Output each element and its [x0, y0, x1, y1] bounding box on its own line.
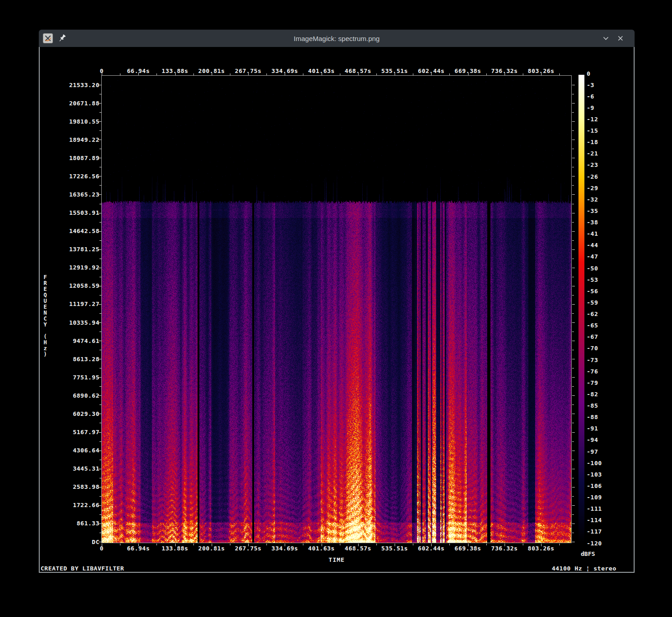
db-tick-label: -67	[587, 333, 619, 340]
freq-tick-label: DC	[53, 539, 99, 545]
time-tick-mark	[120, 73, 120, 75]
time-tick-mark	[285, 544, 285, 546]
time-tick-mark	[285, 73, 285, 75]
time-tick-mark	[175, 544, 176, 546]
time-tick-mark	[468, 544, 469, 546]
freq-tick-mark	[572, 414, 575, 414]
freq-tick-mark	[99, 505, 101, 506]
freq-tick-mark	[572, 85, 575, 85]
freq-tick-mark	[99, 514, 101, 515]
freq-tick-label: 8613.28	[53, 356, 99, 363]
freq-tick-mark	[99, 277, 101, 277]
window-titlebar[interactable]: ImageMagick: spectrum.png	[39, 30, 635, 47]
db-tick-label: -111	[587, 505, 619, 512]
db-tick-label: -65	[587, 322, 619, 329]
db-tick-label: -94	[587, 436, 619, 443]
freq-tick-label: 12919.92	[53, 264, 99, 271]
freq-tick-mark	[99, 140, 101, 140]
freq-tick-mark	[99, 149, 101, 149]
time-tick-mark	[193, 73, 194, 75]
time-tick-mark	[449, 544, 450, 545]
db-tick-label: -21	[587, 150, 619, 157]
time-tick-mark	[248, 73, 249, 75]
freq-tick-mark	[99, 404, 101, 405]
spectrogram-image[interactable]: FREQUENCY (Hz) TIME dBFS CREATED BY LIBA…	[40, 47, 634, 572]
time-tick-mark	[358, 73, 359, 75]
shade-button[interactable]	[602, 34, 610, 42]
freq-tick-mark	[572, 112, 574, 113]
freq-tick-mark	[572, 222, 574, 223]
freq-tick-mark	[572, 341, 575, 341]
freq-tick-mark	[572, 176, 575, 176]
time-tick-mark	[413, 73, 413, 75]
db-tick-label: -3	[587, 82, 619, 88]
freq-tick-label: 15503.91	[53, 209, 99, 216]
freq-tick-mark	[572, 469, 575, 469]
time-tick-mark	[230, 73, 230, 75]
freq-tick-label: 5167.97	[53, 429, 99, 436]
freq-tick-label: 20671.88	[53, 100, 99, 107]
freq-tick-mark	[99, 395, 101, 396]
freq-tick-label: 6890.62	[53, 392, 99, 399]
frequency-axis-title: FREQUENCY (Hz)	[42, 274, 48, 357]
freq-tick-mark	[99, 103, 101, 104]
time-tick-mark	[395, 544, 395, 546]
freq-tick-label: 9474.61	[53, 337, 99, 344]
db-tick-label: -47	[587, 253, 619, 260]
time-tick-mark	[486, 544, 487, 545]
time-tick-mark	[523, 73, 523, 75]
time-tick-mark	[102, 73, 102, 75]
time-tick-mark	[541, 544, 542, 546]
db-tick-label: -53	[587, 276, 619, 283]
freq-tick-mark	[99, 487, 101, 487]
db-tick-label: -18	[587, 139, 619, 145]
freq-tick-mark	[99, 460, 101, 460]
freq-tick-mark	[99, 94, 101, 94]
time-tick-mark	[523, 544, 523, 545]
freq-tick-mark	[99, 432, 101, 433]
freq-tick-label: 7751.95	[53, 374, 99, 381]
freq-tick-mark	[99, 240, 101, 241]
desktop-background: { "window": { "title": "ImageMagick: spe…	[0, 0, 672, 617]
time-tick-mark	[505, 73, 505, 75]
db-tick-label: -76	[587, 368, 619, 375]
time-tick-mark	[468, 73, 469, 75]
time-tick-mark	[559, 73, 560, 75]
db-tick-label: -73	[587, 357, 619, 363]
created-by-note: CREATED BY LIBAVFILTER	[41, 565, 124, 572]
audio-format-note: 44100 Hz ¦ stereo	[552, 565, 616, 572]
freq-tick-mark	[99, 451, 101, 451]
freq-tick-mark	[572, 533, 574, 533]
freq-tick-mark	[572, 277, 574, 277]
freq-tick-mark	[572, 213, 575, 213]
db-tick-label: -70	[587, 345, 619, 352]
freq-tick-mark	[99, 496, 101, 497]
time-tick-mark	[340, 544, 340, 545]
db-tick-label: -29	[587, 185, 619, 192]
freq-tick-mark	[572, 524, 575, 524]
freq-tick-mark	[572, 487, 575, 487]
db-tick-label: -88	[587, 414, 619, 420]
pin-icon[interactable]	[57, 33, 67, 43]
freq-tick-label: 18087.89	[53, 155, 99, 161]
time-tick-mark	[303, 544, 303, 545]
freq-tick-mark	[572, 478, 574, 478]
freq-tick-mark	[99, 121, 101, 122]
freq-tick-mark	[572, 149, 574, 149]
time-tick-mark	[138, 73, 139, 75]
freq-tick-mark	[572, 240, 574, 241]
close-button[interactable]	[616, 34, 625, 42]
db-tick-label: -82	[587, 391, 619, 398]
freq-tick-mark	[572, 404, 574, 405]
freq-tick-mark	[99, 332, 101, 332]
freq-tick-mark	[572, 542, 575, 542]
time-tick-mark	[358, 544, 359, 546]
freq-tick-mark	[572, 158, 575, 158]
freq-tick-mark	[572, 313, 574, 314]
freq-tick-mark	[99, 167, 101, 167]
time-tick-mark	[212, 544, 212, 546]
freq-tick-mark	[572, 505, 575, 506]
db-tick-label: 0	[587, 70, 619, 77]
db-tick-label: -91	[587, 425, 619, 432]
db-tick-label: -79	[587, 379, 619, 386]
